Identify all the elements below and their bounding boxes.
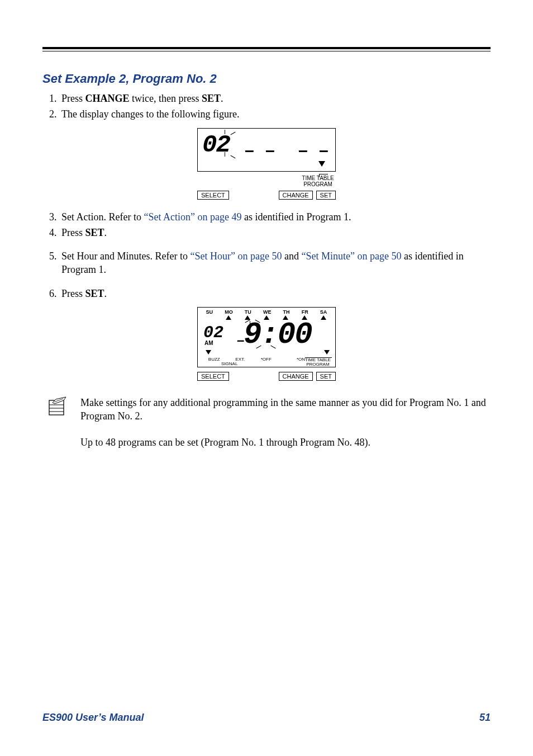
lcd-time: 9:00 [244, 318, 312, 352]
time-table-label: TIME TABLEPROGRAM [300, 175, 336, 187]
triangle-down-icon [206, 350, 211, 355]
step6-set: SET [85, 288, 104, 299]
triangle-up-icon [321, 315, 326, 320]
step1-text: Press [61, 93, 85, 104]
step-2: 2.The display changes to the following f… [49, 107, 491, 121]
note-paragraph-1: Make settings for any additional program… [80, 396, 491, 423]
lcd-am-label: AM [204, 340, 213, 346]
lcd-display-1: 02 – – – – [197, 128, 336, 172]
bottom-indicator-row [198, 350, 335, 355]
triangle-up-icon [226, 315, 231, 320]
note-icon [47, 396, 68, 461]
step-4: 4.Press SET. [49, 226, 491, 239]
page-footer: ES900 User’s Manual 51 [42, 712, 491, 724]
lcd-set-button-2: SET [316, 372, 336, 381]
top-rule [42, 47, 491, 51]
step-list: 1.Press CHANGE twice, then press SET. 2.… [42, 92, 491, 121]
step4-set: SET [85, 227, 104, 238]
day-row: SU MO TU WE TH FR SA [198, 309, 335, 315]
link-set-hour[interactable]: “Set Hour” on page 50 [190, 251, 282, 262]
step-6: 6.Press SET. [49, 287, 491, 300]
lcd-display-2: SU MO TU WE TH FR SA 02 AM – 9:00 [197, 307, 336, 367]
triangle-down-icon [324, 350, 330, 355]
step-5: 5.Set Hour and Minutes. Refer to “Set Ho… [49, 249, 491, 277]
note-text: Make settings for any additional program… [80, 396, 491, 461]
step-list-4: 6.Press SET. [42, 287, 491, 300]
figure-1: 02 – – – – TIME TABLEPROGRAM SELECT CHAN… [42, 128, 491, 200]
step-list-2: 3.Set Action. Refer to “Set Action” on p… [42, 210, 491, 240]
lcd-change-button: CHANGE [279, 191, 313, 200]
step-1: 1.Press CHANGE twice, then press SET. [49, 92, 491, 105]
lcd-select-button-2: SELECT [197, 372, 229, 381]
step1-change: CHANGE [85, 93, 130, 104]
step2-text: The display changes to the following fig… [61, 108, 239, 120]
footer-page-number: 51 [479, 712, 491, 724]
footer-title: ES900 User’s Manual [42, 712, 144, 724]
signal-label: SIGNAL [221, 361, 237, 366]
lcd-dash-group-2: – – [298, 141, 332, 160]
figure-2: SU MO TU WE TH FR SA 02 AM – 9:00 [42, 307, 491, 381]
section-heading: Set Example 2, Program No. 2 [42, 72, 491, 86]
note-block: Make settings for any additional program… [47, 396, 491, 461]
ontt-label: TIME TABLE PROGRAM [305, 357, 332, 367]
off-label: *OFF [253, 357, 279, 362]
link-set-action[interactable]: “Set Action” on page 49 [144, 211, 241, 223]
arrow-down-icon [318, 161, 325, 167]
note-paragraph-2: Up to 48 programs can be set (Program No… [80, 436, 491, 449]
step-3: 3.Set Action. Refer to “Set Action” on p… [49, 210, 491, 224]
lcd-program-number-2: 02 [203, 323, 223, 342]
step-list-3: 5.Set Hour and Minutes. Refer to “Set Ho… [42, 249, 491, 277]
lcd-dash-group-1: – – [245, 141, 278, 160]
lcd-program-number: 02 [202, 131, 230, 159]
lcd-change-button-2: CHANGE [279, 372, 313, 381]
lcd-set-button: SET [316, 191, 336, 200]
lcd-select-button: SELECT [197, 191, 229, 200]
link-set-minute[interactable]: “Set Minute” on page 50 [301, 251, 401, 262]
step1-set: SET [202, 93, 221, 104]
